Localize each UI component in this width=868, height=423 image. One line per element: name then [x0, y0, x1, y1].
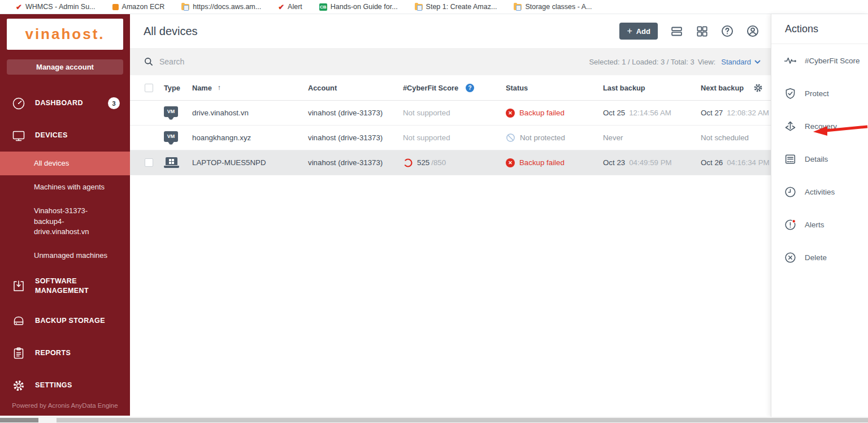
sidebar-item-label: DEVICES	[35, 131, 68, 140]
gear-icon	[753, 83, 763, 93]
device-account: vinahost (drive-31373)	[308, 158, 403, 167]
bookmark-storage-classes[interactable]: Storage classes - A...	[514, 3, 592, 11]
error-status-icon: ✕	[506, 109, 515, 118]
bookmark-aws-docs[interactable]: https://docs.aws.am...	[181, 3, 261, 11]
scrollbar-thumb[interactable]	[57, 418, 868, 422]
selection-summary: Selected: 1 / Loaded: 3 / Total: 3	[589, 58, 694, 66]
column-header-next-backup[interactable]: Next backup	[701, 83, 771, 93]
action-activities[interactable]: Activities	[771, 175, 868, 208]
delete-icon	[783, 251, 797, 265]
last-backup-text: Never	[603, 133, 623, 142]
table-row[interactable]: VM hoangkhangn.xyz vinahost (drive-31373…	[130, 126, 771, 150]
cyberfit-value: Not supported	[403, 133, 450, 142]
software-download-icon	[11, 279, 26, 293]
device-account: vinahost (drive-31373)	[308, 109, 403, 117]
column-header-status[interactable]: Status	[506, 84, 603, 92]
clipboard-icon	[11, 346, 26, 361]
select-all-checkbox[interactable]	[145, 84, 153, 92]
view-select[interactable]: Standard	[721, 58, 761, 66]
horizontal-scrollbar	[0, 417, 868, 423]
logo-text: vinahost.	[25, 25, 105, 43]
list-view-button[interactable]	[670, 24, 683, 38]
sidebar-item-vinahost-backup[interactable]: Vinahost-31373-backup4-drive.vinahost.vn	[0, 199, 121, 244]
action-label: Details	[805, 155, 828, 163]
help-button[interactable]	[721, 24, 734, 38]
device-name: drive.vinahost.vn	[192, 109, 249, 117]
pulse-icon	[783, 54, 797, 68]
cb-badge-icon: CB	[319, 3, 327, 11]
bookmark-label: Alert	[288, 3, 302, 11]
table-row[interactable]: VM drive.vinahost.vn vinahost (drive-313…	[130, 101, 771, 126]
search-icon	[144, 57, 154, 67]
sidebar-item-label: SOFTWARE MANAGEMENT	[35, 277, 108, 296]
last-backup-time: 04:49:59 PM	[629, 158, 671, 167]
sidebar-item-all-devices[interactable]: All devices	[0, 152, 130, 175]
column-header-account[interactable]: Account	[308, 84, 403, 92]
manage-account-button[interactable]: Manage account	[7, 59, 123, 75]
column-header-last-backup[interactable]: Last backup	[603, 84, 701, 92]
bookmark-whmcs[interactable]: ✔ WHMCS - Admin Su...	[16, 3, 96, 11]
sidebar-item-machines-with-agents[interactable]: Machines with agents	[0, 175, 130, 199]
bookmarks-bar: ✔ WHMCS - Admin Su... Amazon ECR https:/…	[0, 0, 868, 14]
action-recovery[interactable]: Recovery	[771, 110, 868, 143]
row-checkbox[interactable]	[145, 158, 153, 167]
add-button[interactable]: + Add	[619, 23, 658, 40]
scrollbar-thumb[interactable]	[0, 418, 38, 422]
check-icon: ✔	[16, 3, 22, 11]
bookmark-label: https://docs.aws.am...	[193, 3, 261, 11]
details-icon	[783, 152, 797, 166]
column-header-type[interactable]: Type	[164, 84, 192, 92]
sidebar-nav: DASHBOARD 3 DEVICES All devices Machines…	[0, 87, 130, 402]
bookmark-label: Amazon ECR	[122, 3, 165, 11]
actions-panel-title: Actions	[771, 14, 868, 44]
cyberfit-score: 525	[417, 158, 429, 167]
bookmark-label: Hands-on Guide for...	[331, 3, 398, 11]
sidebar-item-dashboard[interactable]: DASHBOARD 3	[0, 87, 130, 119]
toolbar: Selected: 1 / Loaded: 3 / Total: 3 View:…	[130, 48, 771, 75]
cyberfit-gauge-icon	[403, 158, 413, 168]
sidebar-item-settings[interactable]: SETTINGS	[0, 369, 130, 402]
last-backup-date: Oct 25	[603, 109, 625, 117]
shield-check-icon	[783, 87, 797, 101]
page-title: All devices	[144, 25, 198, 38]
sidebar-item-devices[interactable]: DEVICES	[0, 119, 130, 152]
grid-view-button[interactable]	[695, 24, 709, 38]
bookmark-hands-on-guide[interactable]: CB Hands-on Guide for...	[319, 3, 398, 11]
bookmark-step1-create[interactable]: Step 1: Create Amaz...	[415, 3, 497, 11]
header-actions: + Add	[619, 23, 760, 40]
table-header: Type Name ↑ Account #CyberFit Score ? St…	[130, 75, 771, 101]
column-header-cyberfit[interactable]: #CyberFit Score ?	[403, 84, 506, 92]
not-protected-icon	[506, 133, 515, 143]
bookmark-alert[interactable]: ✔ Alert	[278, 3, 302, 11]
column-settings-button[interactable]	[753, 83, 763, 93]
cyberfit-total: /850	[431, 158, 446, 167]
search-input[interactable]	[159, 57, 340, 66]
monitor-icon	[11, 128, 26, 143]
action-label: Protect	[805, 89, 829, 98]
column-header-name[interactable]: Name ↑	[192, 84, 308, 92]
gauge-icon	[11, 96, 26, 111]
table-row[interactable]: LAPTOP-MUES5NPD vinahost (drive-31373) 5…	[130, 150, 771, 175]
main-content: All devices + Add Selected	[130, 14, 771, 417]
vinahost-logo[interactable]: vinahost.	[7, 19, 123, 50]
add-button-label: Add	[636, 27, 650, 36]
bookmark-amazon-ecr[interactable]: Amazon ECR	[112, 3, 165, 11]
powered-by-text: Powered by Acronis AnyData Engine	[0, 402, 130, 409]
sidebar-item-unmanaged-machines[interactable]: Unmanaged machines	[0, 244, 130, 267]
account-button[interactable]	[746, 24, 760, 38]
sidebar-item-reports[interactable]: REPORTS	[0, 337, 130, 369]
action-details[interactable]: Details	[771, 143, 868, 175]
sidebar-item-label: REPORTS	[35, 348, 71, 358]
recovery-icon	[783, 119, 797, 133]
action-cyberfit-score[interactable]: #CyberFit Score	[771, 44, 868, 77]
device-account: vinahost (drive-31373)	[308, 133, 403, 142]
cyberfit-help-icon[interactable]: ?	[466, 84, 474, 92]
sidebar-item-software-management[interactable]: SOFTWARE MANAGEMENT	[0, 267, 130, 305]
search-wrap	[144, 57, 589, 67]
action-protect[interactable]: Protect	[771, 77, 868, 110]
sidebar-item-backup-storage[interactable]: BACKUP STORAGE	[0, 305, 130, 337]
folder-icon	[514, 4, 522, 10]
last-backup-time: 12:14:56 AM	[629, 109, 671, 117]
action-delete[interactable]: Delete	[771, 241, 868, 274]
action-alerts[interactable]: Alerts	[771, 208, 868, 241]
